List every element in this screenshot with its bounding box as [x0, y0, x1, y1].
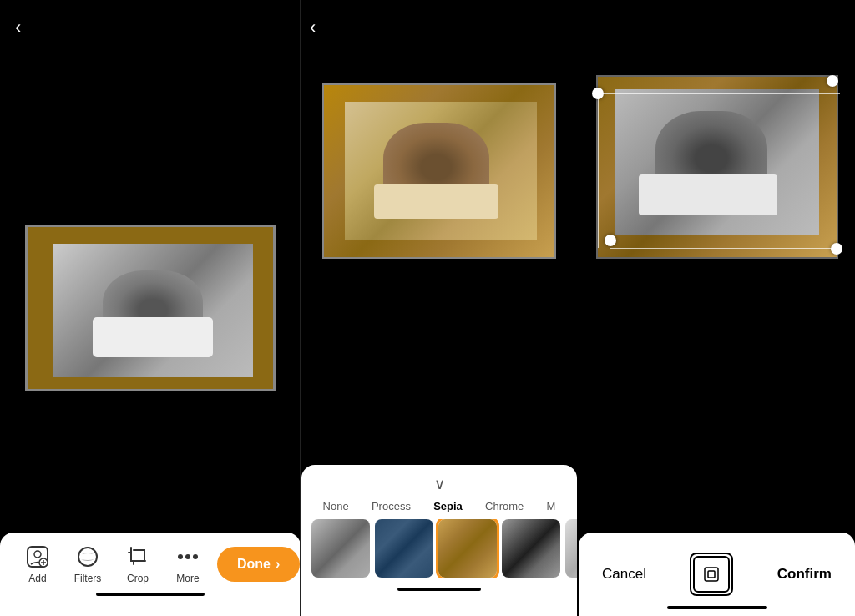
left-panel: ‹ Add	[0, 0, 301, 616]
crop-corner-tr[interactable]	[827, 75, 838, 87]
crop-frame-wrapper	[592, 67, 842, 259]
filter-chevron[interactable]: ∨	[301, 475, 577, 493]
svg-point-8	[193, 554, 198, 559]
thumb-sepia-bg	[438, 519, 497, 578]
toolbar-underline	[96, 593, 205, 596]
toolbar: Add Filters	[0, 533, 301, 616]
svg-point-6	[178, 554, 183, 559]
filter-process[interactable]: Process	[372, 500, 411, 512]
svg-rect-9	[705, 568, 718, 581]
crop-line-top	[598, 93, 840, 94]
left-photo-area	[0, 0, 301, 616]
crop-corner-bl[interactable]	[605, 235, 616, 246]
more-icon	[175, 544, 200, 569]
mid-photo-sepia-inner	[345, 102, 537, 240]
mid-back-button[interactable]: ‹	[310, 17, 316, 38]
left-back-button[interactable]: ‹	[15, 17, 21, 38]
mid-panel: ‹ ∨ None Process Sepia Chrome M	[301, 0, 577, 616]
filter-chrome[interactable]: Chrome	[485, 500, 524, 512]
toolbar-more[interactable]: More	[167, 544, 209, 584]
filter-panel: ∨ None Process Sepia Chrome M	[301, 465, 577, 616]
filter-thumb-sepia[interactable]	[438, 519, 497, 578]
thumb-bw-bg	[311, 519, 370, 578]
toolbar-add[interactable]: Add	[17, 544, 58, 584]
filter-thumb-more[interactable]	[565, 519, 577, 578]
done-button[interactable]: Done ›	[217, 547, 300, 582]
mid-photo-sepia	[322, 83, 556, 259]
thumb-more-bg	[565, 519, 577, 578]
add-label: Add	[28, 573, 46, 584]
crop-line-left	[598, 93, 599, 248]
crop-photo-area	[579, 67, 855, 259]
toolbar-items: Add Filters	[0, 533, 301, 588]
filters-label: Filters	[74, 573, 102, 584]
crop-bottom-underline	[667, 606, 767, 609]
crop-fit-icon[interactable]	[693, 556, 730, 593]
svg-point-1	[34, 551, 41, 558]
crop-bottom-bar: Cancel Confirm	[579, 533, 855, 616]
crop-line-bottom	[610, 248, 836, 249]
more-label: More	[176, 573, 199, 584]
mid-photo-area	[301, 83, 577, 259]
crop-icon	[125, 544, 150, 569]
toolbar-filters[interactable]: Filters	[67, 544, 109, 584]
crop-confirm-button[interactable]: Confirm	[777, 566, 832, 583]
filters-icon	[75, 544, 100, 569]
thumb-chrome-bg	[502, 519, 560, 578]
filter-none[interactable]: None	[323, 500, 349, 512]
filter-thumb-none[interactable]	[311, 519, 370, 578]
filter-more[interactable]: M	[547, 500, 556, 512]
filter-thumb-process[interactable]	[375, 519, 433, 578]
right-panel: Cancel Confirm	[579, 0, 855, 616]
svg-rect-10	[708, 571, 715, 578]
left-photo-bw	[53, 244, 253, 377]
filter-thumbnails	[301, 519, 577, 578]
toolbar-crop[interactable]: Crop	[117, 544, 159, 584]
crop-overlay	[592, 67, 842, 259]
filter-sepia[interactable]: Sepia	[433, 500, 463, 512]
filter-names: None Process Sepia Chrome M	[301, 500, 577, 519]
filter-underline	[397, 588, 481, 591]
done-label: Done	[237, 557, 271, 572]
crop-label: Crop	[127, 573, 149, 584]
svg-point-7	[185, 554, 190, 559]
left-photo-frame	[25, 225, 276, 391]
add-icon	[25, 544, 50, 569]
svg-point-5	[78, 548, 97, 566]
crop-cancel-button[interactable]: Cancel	[602, 566, 646, 583]
thumb-process-bg	[375, 519, 433, 578]
crop-corner-br[interactable]	[831, 243, 842, 255]
done-arrow: ›	[276, 557, 280, 572]
filter-thumb-chrome[interactable]	[502, 519, 560, 578]
left-photo-inner	[53, 244, 253, 377]
crop-line-right	[832, 81, 832, 256]
